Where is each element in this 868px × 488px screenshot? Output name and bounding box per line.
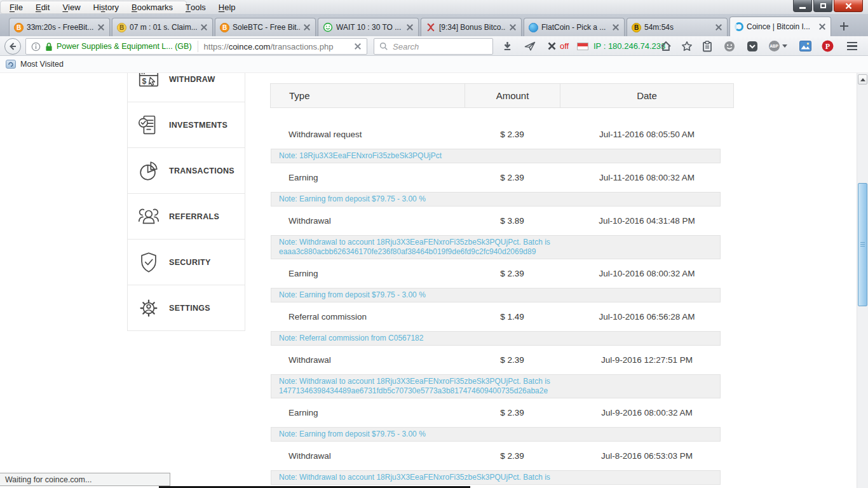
tab-close-icon[interactable] xyxy=(715,24,722,31)
cell-amount: $ 2.39 xyxy=(465,173,560,182)
sidebar-item-transactions[interactable]: TRANSACTIONS xyxy=(128,148,245,194)
browser-tab-active[interactable]: Coince | Bitcoin I... xyxy=(729,17,831,36)
tab-close-icon[interactable] xyxy=(200,24,208,31)
site-identity-label[interactable]: Power Supplies & Equipment L... (GB) xyxy=(57,42,192,51)
adblock-plus-button[interactable]: ABP xyxy=(766,36,789,56)
browser-tab[interactable]: FlatCoin - Pick a ... xyxy=(524,18,625,36)
lock-icon[interactable] xyxy=(45,42,53,51)
ip-address-label[interactable]: IP : 180.246.74.233 xyxy=(593,36,665,56)
tab-close-icon[interactable] xyxy=(303,24,311,31)
feedback-smiley-button[interactable] xyxy=(722,36,737,56)
smiley-icon xyxy=(724,41,735,52)
bookmark-star-button[interactable] xyxy=(679,36,695,56)
browser-tab[interactable]: B54m:54s xyxy=(627,18,728,36)
menu-view[interactable]: View xyxy=(56,1,86,13)
scrollbar-thumb[interactable] xyxy=(858,183,867,306)
table-row: Withdrawal request$ 2.39Jul-11-2016 08:0… xyxy=(270,121,734,148)
browser-tab[interactable]: B33m:20s - FreeBit... xyxy=(9,18,110,36)
info-icon[interactable] xyxy=(31,42,41,51)
sidebar-item-label: INVESTMENTS xyxy=(169,121,227,130)
tab-title: [9:34] Bonus Bitco... xyxy=(439,23,506,32)
pocket-button[interactable] xyxy=(745,36,760,56)
sidebar-item-withdraw[interactable]: $WITHDRAW xyxy=(128,73,245,102)
proxy-toggle-button[interactable] xyxy=(544,36,559,56)
table-body: Withdrawal request$ 2.39Jul-11-2016 08:0… xyxy=(270,121,734,485)
cell-amount: $ 3.89 xyxy=(465,216,560,226)
download-button[interactable] xyxy=(499,36,515,56)
scroll-up-button[interactable] xyxy=(858,74,867,85)
table-row: Earning$ 2.39Jul-11-2016 08:00:32 AM xyxy=(270,164,734,191)
menu-help[interactable]: Help xyxy=(212,1,242,13)
menu-tools[interactable]: Tools xyxy=(179,1,212,13)
most-visited-folder[interactable]: Most Visited xyxy=(20,60,64,69)
menu-bookmarks[interactable]: Bookmarks xyxy=(125,1,179,13)
menu-history[interactable]: History xyxy=(87,1,125,13)
settings-icon xyxy=(137,296,161,320)
cell-date: Jul-10-2016 06:56:28 AM xyxy=(560,312,734,322)
search-icon xyxy=(379,42,388,51)
sidebar-item-investments[interactable]: INVESTMENTS xyxy=(128,102,245,148)
cell-type: Withdrawal xyxy=(270,451,465,461)
table-row: Withdrawal$ 2.39Jul-8-2016 06:53:03 PM xyxy=(270,442,734,470)
x-icon xyxy=(548,42,556,50)
menu-file[interactable]: File xyxy=(3,1,29,13)
tab-close-icon[interactable] xyxy=(97,24,105,31)
cell-amount: $ 2.39 xyxy=(465,130,560,139)
sidebar-item-label: REFERRALS xyxy=(169,212,219,221)
tab-strip: B33m:20s - FreeBit...B07 m : 01 s. Claim… xyxy=(0,14,868,36)
note-row: Note: Earning from deposit $79.75 - 3.00… xyxy=(271,427,721,442)
back-button[interactable] xyxy=(4,38,21,55)
proxy-status[interactable]: off xyxy=(560,36,569,56)
cell-type: Referral commission xyxy=(270,312,465,322)
browser-tab[interactable]: B07 m : 01 s. Claim... xyxy=(112,18,213,36)
tab-title: 07 m : 01 s. Claim... xyxy=(130,23,197,32)
url-text[interactable]: https://coince.com/transactions.php xyxy=(204,42,334,51)
sidebar-item-label: WITHDRAW xyxy=(169,75,215,84)
tab-close-icon[interactable] xyxy=(509,24,517,31)
back-arrow-icon xyxy=(8,41,18,51)
image-tool-button[interactable] xyxy=(797,36,813,56)
sidebar-item-referrals[interactable]: REFERRALS xyxy=(128,194,245,240)
sidebar-item-security[interactable]: SECURITY xyxy=(128,240,245,285)
cell-type: Withdrawal xyxy=(270,216,465,226)
url-bar[interactable]: Power Supplies & Equipment L... (GB) htt… xyxy=(25,38,367,55)
sidebar-item-settings[interactable]: SETTINGS xyxy=(128,285,245,331)
close-button[interactable] xyxy=(834,0,863,12)
cell-amount: $ 2.39 xyxy=(465,269,560,278)
menu-button[interactable] xyxy=(844,36,860,56)
minimize-icon xyxy=(799,7,806,9)
close-icon xyxy=(845,3,852,10)
cell-type: Withdrawal xyxy=(270,355,465,365)
tab-close-icon[interactable] xyxy=(612,24,620,31)
home-icon xyxy=(660,41,672,51)
note-row: Note: Withdrawal to account 18Rju3X3EeaF… xyxy=(271,374,721,398)
restore-button[interactable] xyxy=(813,0,832,12)
browser-tab[interactable]: BSoleBTC - Free Bit... xyxy=(215,18,316,36)
country-flag-icon xyxy=(577,36,588,56)
new-tab-button[interactable] xyxy=(836,18,852,34)
cell-date: Jul-10-2016 04:31:48 PM xyxy=(560,216,734,226)
note-row: Note: Withdrawal to account 18Rju3X3EeaF… xyxy=(271,470,721,485)
pinterest-button[interactable]: P xyxy=(820,36,835,56)
browser-tab[interactable]: [9:34] Bonus Bitco... xyxy=(421,18,522,36)
home-button[interactable] xyxy=(658,36,674,56)
vertical-scrollbar[interactable] xyxy=(857,73,868,488)
tab-close-icon[interactable] xyxy=(406,24,414,31)
table-row: Withdrawal$ 3.89Jul-10-2016 04:31:48 PM xyxy=(270,207,734,234)
menu-edit[interactable]: Edit xyxy=(29,1,56,13)
cell-type: Earning xyxy=(270,269,465,278)
transactions-table: Type Amount Date Withdrawal request$ 2.3… xyxy=(270,83,734,485)
pinwheel-red-icon xyxy=(426,22,436,32)
tab-close-icon[interactable] xyxy=(818,23,826,30)
column-header-date: Date xyxy=(560,84,733,107)
account-sidebar: $WITHDRAWINVESTMENTSTRANSACTIONSREFERRAL… xyxy=(127,73,245,331)
minimize-button[interactable] xyxy=(793,0,812,12)
browser-tab[interactable]: WAIT 10 : 30 TO ... xyxy=(318,18,419,36)
pinterest-icon: P xyxy=(822,40,834,52)
note-row: Note: Withdrawal to account 18Rju3X3EeaF… xyxy=(271,235,721,259)
smiley-green-icon xyxy=(323,22,333,32)
stop-loading-button[interactable] xyxy=(354,43,362,50)
search-bar[interactable]: Search xyxy=(374,38,493,55)
clipboard-button[interactable] xyxy=(700,36,715,56)
send-page-button[interactable] xyxy=(522,36,538,56)
